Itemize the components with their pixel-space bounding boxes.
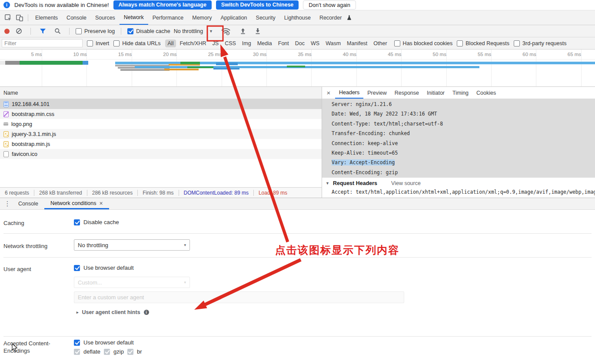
response-header-text: Keep-Alive: timeout=65 [332, 150, 398, 156]
resource-type-filter[interactable]: Font [276, 40, 292, 47]
network-throttling-label: Network throttling [3, 242, 70, 250]
requests-panel: Name 192.168.44.101 bootstrap.min.css lo… [0, 87, 322, 198]
waterfall-bar [0, 61, 5, 65]
resource-type-filter[interactable]: Wasm [323, 40, 343, 47]
resource-type-filter[interactable]: Other [371, 40, 389, 47]
devtools-tabbar: Elements Console Sources Network Perform… [0, 10, 595, 25]
always-match-language-button[interactable]: Always match Chrome's language [113, 0, 212, 10]
request-name: 192.168.44.101 [12, 101, 50, 107]
requests-table-header[interactable]: Name [0, 87, 322, 99]
details-tab[interactable]: Timing [449, 87, 472, 99]
main-tab[interactable]: Memory [188, 10, 216, 25]
main-tab-label: Sources [95, 15, 115, 21]
conditions-throttling-value: No throttling [78, 242, 108, 248]
ua-custom-select-placeholder: Custom... [78, 279, 102, 286]
encodings-use-browser-default-label: Use browser default [83, 339, 134, 346]
details-tab[interactable]: Headers [335, 87, 363, 99]
network-toolbar: Preserve log Disable cache No throttling… [0, 25, 595, 37]
table-row[interactable]: jquery-3.3.1.min.js [0, 129, 322, 139]
conditions-disable-cache-checkbox[interactable]: Disable cache [74, 219, 119, 225]
search-icon[interactable] [52, 26, 63, 37]
network-overview[interactable]: 5 ms10 ms15 ms20 ms25 ms30 ms35 ms40 ms4… [0, 50, 595, 87]
resource-type-filter[interactable]: All [165, 40, 176, 47]
main-tab[interactable]: Application [216, 10, 251, 25]
main-tab[interactable]: Network [120, 10, 148, 25]
network-conditions-icon[interactable] [220, 26, 231, 37]
user-agent-label: User agent [3, 265, 70, 273]
response-header-text: Server: nginx/1.21.6 [332, 101, 392, 107]
main-tab[interactable]: Performance [148, 10, 188, 25]
ua-client-hints-expander[interactable]: ▸ User agent client hints i [76, 309, 149, 315]
resource-type-filter[interactable]: Fetch/XHR [177, 40, 209, 47]
main-tab[interactable]: Elements [31, 10, 62, 25]
main-tab[interactable]: Lighthouse [280, 10, 315, 25]
close-icon[interactable]: × [324, 89, 333, 96]
resource-type-filter[interactable]: Manifest [344, 40, 370, 47]
details-tab[interactable]: Response [391, 87, 423, 99]
table-row[interactable]: bootstrap.min.js [0, 139, 322, 149]
request-name: logo.png [11, 121, 32, 127]
has-blocked-cookies-checkbox[interactable]: Has blocked cookies [394, 40, 453, 46]
response-header-line: Content-Type: text/html;charset=utf-8 [332, 119, 595, 129]
main-tabs: Elements Console Sources Network Perform… [31, 10, 346, 25]
throttling-select[interactable]: No throttling ▼ [174, 28, 213, 34]
summary-item: 268 kB transferred [34, 190, 87, 196]
stylesheet-icon [3, 111, 9, 117]
response-header-line: Transfer-Encoding: chunked [332, 129, 595, 138]
table-row[interactable]: favicon.ico [0, 149, 322, 159]
tab-network-conditions[interactable]: Network conditions × [44, 198, 109, 209]
inspect-element-icon[interactable] [3, 12, 14, 23]
dont-show-again-button[interactable]: Don't show again [303, 0, 356, 10]
table-row[interactable]: bootstrap.min.css [0, 109, 322, 119]
resource-type-filter[interactable]: Media [255, 40, 275, 47]
filter-input[interactable] [2, 39, 83, 47]
preserve-log-checkbox[interactable]: Preserve log [76, 28, 115, 34]
resource-type-filter[interactable]: JS [210, 40, 222, 47]
main-tab-label: Elements [35, 15, 58, 21]
main-tab[interactable]: Security [252, 10, 280, 25]
invert-label: Invert [96, 40, 109, 46]
divider [30, 28, 31, 35]
hide-data-urls-checkbox[interactable]: Hide data URLs [113, 40, 160, 46]
filter-icon[interactable] [37, 26, 48, 37]
request-name: bootstrap.min.js [12, 141, 50, 147]
conditions-throttling-select[interactable]: No throttling ▾ [74, 239, 190, 251]
encodings-use-browser-default-checkbox[interactable]: Use browser default [74, 339, 134, 346]
main-tab[interactable]: Sources [91, 10, 120, 25]
request-name: favicon.ico [12, 151, 37, 157]
ua-custom-input [74, 291, 404, 303]
view-source-link[interactable]: View source [391, 180, 421, 186]
main-tab[interactable]: Console [62, 10, 91, 25]
conditions-disable-cache-label: Disable cache [83, 219, 119, 225]
table-row[interactable]: 192.168.44.101 [0, 99, 322, 109]
third-party-requests-checkbox[interactable]: 3rd-party requests [514, 40, 566, 46]
checkbox-checked [74, 265, 80, 271]
resource-type-filter[interactable]: Doc [293, 40, 307, 47]
resource-type-filter[interactable]: Img [239, 40, 254, 47]
tab-console[interactable]: Console [12, 198, 44, 209]
record-network-log-icon[interactable] [4, 29, 10, 34]
switch-to-chinese-button[interactable]: Switch DevTools to Chinese [216, 0, 299, 10]
network-filter-bar: Invert Hide data URLs All Fetch/XHR JS C… [0, 37, 595, 50]
request-headers-section[interactable]: ▼ Request Headers View source [322, 178, 595, 189]
ua-use-browser-default-checkbox[interactable]: Use browser default [74, 265, 134, 271]
resource-type-filter[interactable]: WS [308, 40, 322, 47]
details-tab[interactable]: Cookies [472, 87, 500, 99]
blocked-requests-checkbox[interactable]: Blocked Requests [457, 40, 509, 46]
more-options-icon[interactable]: ⋮ [3, 200, 12, 208]
device-toolbar-icon[interactable] [14, 12, 25, 23]
disable-cache-checkbox[interactable]: Disable cache [127, 28, 170, 34]
request-name: jquery-3.3.1.min.js [12, 131, 56, 137]
export-har-icon[interactable] [252, 26, 263, 37]
import-har-icon[interactable] [237, 26, 249, 37]
table-row[interactable]: logo.png [0, 119, 322, 129]
resource-type-filter[interactable]: CSS [222, 40, 239, 47]
invert-checkbox[interactable]: Invert [87, 40, 109, 46]
response-header-line: Vary: Accept-Encoding [332, 158, 595, 167]
summary-item: 286 kB resources [87, 190, 137, 196]
main-tab[interactable]: Recorder [315, 10, 346, 25]
close-tab-icon[interactable]: × [99, 200, 103, 207]
details-tab[interactable]: Preview [363, 87, 390, 99]
clear-icon[interactable] [13, 26, 24, 37]
details-tab[interactable]: Initiator [423, 87, 449, 99]
